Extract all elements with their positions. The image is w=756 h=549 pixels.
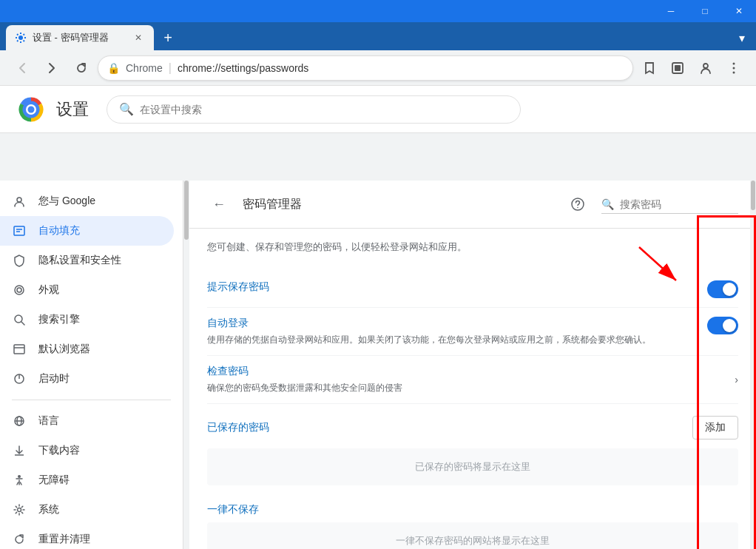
pm-title: 密码管理器 bbox=[243, 197, 302, 212]
close-button[interactable]: ✕ bbox=[722, 0, 756, 22]
tab-settings[interactable]: 设置 - 密码管理器 ✕ bbox=[6, 25, 154, 50]
sidebar-item-reset[interactable]: 重置并清理 bbox=[0, 525, 174, 549]
check-passwords-text: 检查密码 确保您的密码免受数据泄露和其他安全问题的侵害 bbox=[207, 365, 717, 394]
titlebar: ─ □ ✕ bbox=[0, 0, 756, 22]
language-icon bbox=[12, 414, 27, 428]
chrome-logo bbox=[18, 96, 44, 123]
sidebar-item-language[interactable]: 语言 bbox=[0, 406, 174, 436]
main-scrollbar-track bbox=[750, 181, 756, 549]
appearance-icon bbox=[12, 283, 27, 297]
tab-close-button[interactable]: ✕ bbox=[132, 31, 145, 44]
svg-point-4 bbox=[733, 62, 735, 64]
search-icon bbox=[12, 312, 27, 327]
sidebar-scrollbar-track bbox=[183, 181, 189, 549]
settings-search-input[interactable] bbox=[140, 104, 508, 115]
nav-actions bbox=[636, 55, 747, 81]
pm-search-input[interactable] bbox=[620, 198, 738, 210]
sidebar-label-browser: 默认浏览器 bbox=[38, 343, 162, 356]
browser-icon bbox=[12, 342, 27, 357]
sidebar-scrollbar-thumb[interactable] bbox=[184, 181, 189, 240]
tab-dropdown-button[interactable]: ▾ bbox=[731, 27, 753, 49]
sidebar-label-language: 语言 bbox=[38, 414, 162, 428]
sidebar-label-download: 下载内容 bbox=[38, 444, 162, 457]
google-icon bbox=[12, 194, 27, 209]
autofill-icon bbox=[12, 223, 27, 238]
tab-label: 设置 - 密码管理器 bbox=[33, 31, 109, 44]
pm-help-button[interactable] bbox=[566, 192, 590, 216]
auto-signin-control bbox=[707, 317, 738, 334]
customize-button[interactable] bbox=[664, 55, 691, 81]
chrome-label: Chrome bbox=[126, 62, 163, 74]
pm-header: ← 密码管理器 🔍 bbox=[189, 181, 756, 229]
menu-button[interactable] bbox=[720, 55, 747, 81]
main-content: ← 密码管理器 🔍 您可创建、保存和管理您的密码，以便轻松登录网站和应用。 提示… bbox=[189, 181, 756, 549]
maximize-button[interactable]: □ bbox=[688, 0, 722, 22]
new-tab-button[interactable]: + bbox=[157, 27, 179, 49]
sidebar-item-browser[interactable]: 默认浏览器 bbox=[0, 334, 174, 364]
svg-point-11 bbox=[28, 106, 35, 112]
check-passwords-setting[interactable]: 检查密码 确保您的密码免受数据泄露和其他安全问题的侵害 › bbox=[207, 356, 738, 404]
settings-search-container[interactable]: 🔍 bbox=[107, 95, 521, 124]
reload-icon bbox=[74, 61, 89, 75]
svg-point-28 bbox=[18, 475, 21, 478]
check-passwords-title: 检查密码 bbox=[207, 365, 717, 378]
auto-signin-toggle[interactable] bbox=[707, 317, 738, 334]
check-passwords-desc: 确保您的密码免受数据泄露和其他安全问题的侵害 bbox=[207, 381, 717, 394]
offer-to-save-toggle[interactable] bbox=[707, 280, 738, 298]
sidebar-item-download[interactable]: 下载内容 bbox=[0, 436, 174, 465]
pm-search-container[interactable]: 🔍 bbox=[601, 195, 738, 214]
svg-rect-20 bbox=[14, 345, 24, 354]
offer-to-save-control bbox=[707, 280, 738, 298]
sidebar-label-appearance: 外观 bbox=[38, 283, 162, 297]
address-separator: | bbox=[169, 61, 172, 75]
sidebar-item-google[interactable]: 您与 Google bbox=[0, 186, 174, 216]
svg-point-5 bbox=[733, 67, 735, 69]
pm-back-button[interactable]: ← bbox=[207, 192, 231, 216]
svg-rect-2 bbox=[675, 65, 681, 71]
sidebar: 您与 Google 自动填充 隐私设置和安全性 bbox=[0, 181, 183, 549]
settings-header: 设置 🔍 bbox=[0, 86, 756, 133]
forward-icon bbox=[44, 61, 59, 75]
reset-icon bbox=[12, 532, 27, 547]
main-layout: 设置 🔍 您与 Google 自动填充 bbox=[0, 86, 756, 549]
settings-search-icon: 🔍 bbox=[119, 102, 134, 116]
reload-button[interactable] bbox=[68, 55, 95, 81]
back-button[interactable] bbox=[9, 55, 36, 81]
forward-button[interactable] bbox=[38, 55, 65, 81]
tabbar: 设置 - 密码管理器 ✕ + ▾ bbox=[0, 22, 756, 50]
sidebar-label-privacy: 隐私设置和安全性 bbox=[38, 254, 162, 267]
auto-signin-desc: 使用存储的凭据自动登录网站和应用。如果关闭了该功能，在您每次登录网站或应用之前，… bbox=[207, 333, 695, 346]
sidebar-item-accessibility[interactable]: 无障碍 bbox=[0, 465, 174, 495]
sidebar-label-reset: 重置并清理 bbox=[38, 533, 162, 546]
accessibility-icon bbox=[12, 473, 27, 488]
address-bar-container[interactable]: 🔒 Chrome | bbox=[98, 55, 633, 81]
svg-point-34 bbox=[577, 207, 578, 209]
sidebar-item-startup[interactable]: 启动时 bbox=[0, 364, 174, 394]
sidebar-item-privacy[interactable]: 隐私设置和安全性 bbox=[0, 246, 174, 275]
minimize-button[interactable]: ─ bbox=[654, 0, 688, 22]
sidebar-item-appearance[interactable]: 外观 bbox=[0, 275, 174, 305]
svg-point-17 bbox=[17, 288, 21, 292]
startup-icon bbox=[12, 371, 27, 386]
sidebar-label-search: 搜索引擎 bbox=[38, 313, 162, 326]
sidebar-item-search[interactable]: 搜索引擎 bbox=[0, 305, 174, 334]
auto-signin-text: 自动登录 使用存储的凭据自动登录网站和应用。如果关闭了该功能，在您每次登录网站或… bbox=[207, 317, 695, 346]
profile-button[interactable] bbox=[692, 55, 719, 81]
saved-passwords-section: 已保存的密码 添加 已保存的密码将显示在这里 bbox=[207, 416, 738, 485]
offer-to-save-setting: 提示保存密码 bbox=[207, 272, 738, 308]
svg-point-16 bbox=[15, 286, 24, 294]
never-save-empty: 一律不保存密码的网站将显示在这里 bbox=[207, 522, 738, 549]
svg-rect-13 bbox=[14, 226, 24, 235]
add-password-button[interactable]: 添加 bbox=[692, 416, 738, 439]
pm-description: 您可创建、保存和管理您的密码，以便轻松登录网站和应用。 bbox=[207, 240, 738, 254]
bookmark-button[interactable] bbox=[636, 55, 663, 81]
tab-favicon bbox=[15, 32, 27, 44]
sidebar-label-autofill: 自动填充 bbox=[38, 224, 162, 238]
main-scrollbar-thumb[interactable] bbox=[751, 181, 755, 210]
sidebar-label-accessibility: 无障碍 bbox=[38, 474, 162, 487]
sidebar-item-system[interactable]: 系统 bbox=[0, 495, 174, 525]
address-input[interactable] bbox=[178, 62, 624, 74]
svg-point-6 bbox=[733, 71, 735, 73]
svg-point-3 bbox=[703, 64, 708, 68]
sidebar-item-autofill[interactable]: 自动填充 bbox=[0, 216, 174, 246]
